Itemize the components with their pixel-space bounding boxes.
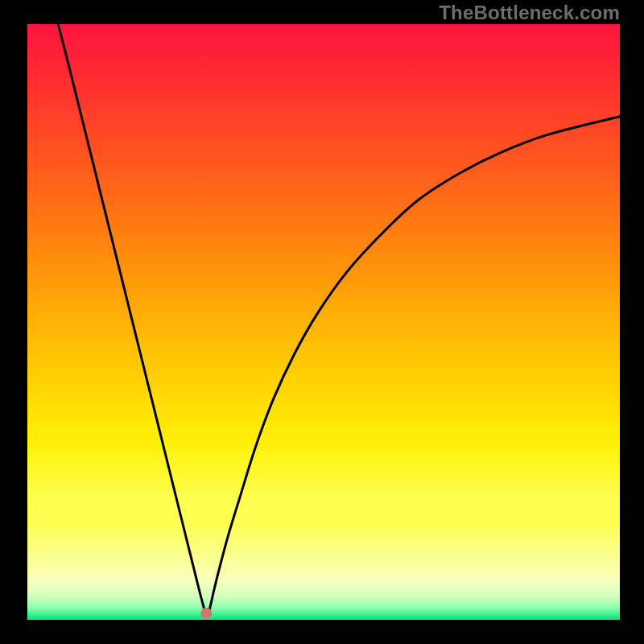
bottleneck-curve <box>58 24 620 617</box>
watermark-text: TheBottleneck.com <box>439 2 620 24</box>
curve-layer <box>0 0 644 644</box>
chart-frame: TheBottleneck.com <box>0 0 644 644</box>
optimal-point-marker <box>200 608 212 619</box>
